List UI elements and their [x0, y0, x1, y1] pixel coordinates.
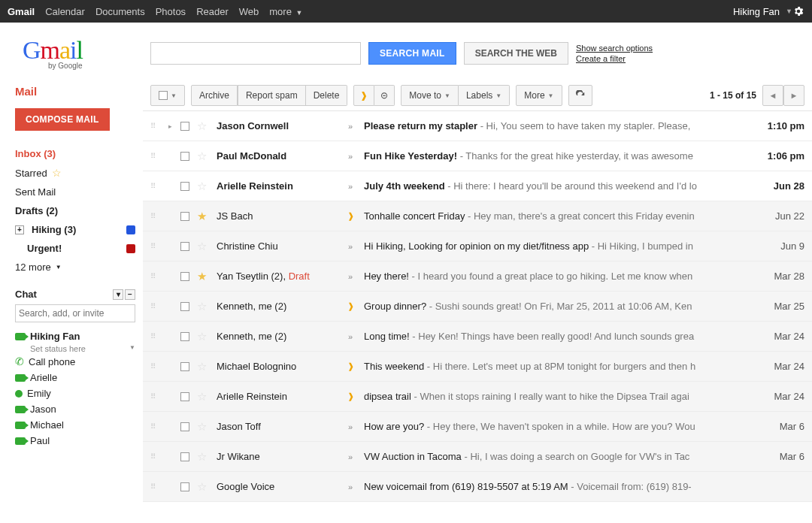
- star-icon[interactable]: ☆: [197, 420, 209, 434]
- chat-contact-emily[interactable]: Emily: [15, 385, 135, 401]
- search-mail-button[interactable]: SEARCH MAIL: [368, 42, 456, 65]
- topnav-calendar[interactable]: Calendar: [45, 6, 85, 17]
- topnav-documents[interactable]: Documents: [95, 6, 145, 17]
- mail-row[interactable]: ⠿☆Christine Chiu»Hi Hiking, Looking for …: [143, 231, 812, 262]
- mail-row[interactable]: ⠿★Yan Tseytlin (2), Draft»Hey there! - I…: [143, 262, 812, 292]
- drag-handle-icon[interactable]: ⠿: [150, 152, 161, 160]
- importance-marker-icon[interactable]: »: [344, 272, 356, 281]
- star-icon[interactable]: ☆: [197, 180, 209, 193]
- star-icon[interactable]: ☆: [197, 119, 209, 133]
- mail-row[interactable]: ⠿☆Kenneth, me (2)❱Group dinner? - Sushi …: [143, 292, 812, 322]
- search-input[interactable]: [150, 42, 361, 65]
- row-checkbox[interactable]: [180, 482, 189, 491]
- chat-contact-arielle[interactable]: Arielle: [15, 370, 135, 385]
- chat-collapse-icon[interactable]: ▾: [113, 289, 123, 300]
- topnav-gmail[interactable]: Gmail: [8, 6, 35, 17]
- chat-contact-call-phone[interactable]: ✆Call phone: [15, 353, 135, 370]
- star-icon[interactable]: ★: [197, 270, 209, 283]
- create-filter-link[interactable]: Create a filter: [576, 53, 653, 64]
- chat-contact-paul[interactable]: Paul: [15, 433, 135, 449]
- drag-handle-icon[interactable]: ⠿: [150, 122, 161, 130]
- drag-handle-icon[interactable]: ⠿: [150, 182, 161, 190]
- drag-handle-icon[interactable]: ⠿: [150, 212, 161, 220]
- mail-row[interactable]: ⠿☆Google Voice»New voicemail from (619) …: [143, 472, 812, 502]
- chat-self[interactable]: Hiking Fan: [15, 328, 135, 344]
- importance-marker-icon[interactable]: »: [344, 482, 356, 491]
- mail-row[interactable]: ⠿☆Arielle Reinstein»July 4th weekend - H…: [143, 171, 812, 201]
- mark-unimportant-button[interactable]: ⊝: [374, 85, 395, 106]
- row-checkbox[interactable]: [180, 242, 189, 251]
- row-checkbox[interactable]: [180, 302, 189, 311]
- sidebar-item-inbox-3-[interactable]: Inbox (3): [15, 144, 135, 163]
- row-checkbox[interactable]: [180, 392, 189, 401]
- topnav-reader[interactable]: Reader: [196, 6, 229, 17]
- star-icon[interactable]: ☆: [197, 480, 209, 494]
- topnav-photos[interactable]: Photos: [156, 6, 186, 17]
- topnav-web[interactable]: Web: [239, 6, 259, 17]
- row-checkbox[interactable]: [180, 212, 189, 221]
- mark-important-button[interactable]: ❱: [353, 85, 374, 106]
- refresh-button[interactable]: [568, 85, 592, 106]
- show-search-options-link[interactable]: Show search options: [576, 43, 653, 53]
- row-checkbox[interactable]: [180, 452, 189, 461]
- drag-handle-icon[interactable]: ⠿: [150, 272, 161, 280]
- drag-handle-icon[interactable]: ⠿: [150, 482, 161, 491]
- sidebar-item-drafts-2-[interactable]: Drafts (2): [15, 201, 135, 220]
- compose-button[interactable]: COMPOSE MAIL: [15, 108, 110, 131]
- importance-marker-icon[interactable]: »: [344, 422, 356, 431]
- importance-marker-icon[interactable]: »: [344, 332, 356, 341]
- sidebar-item-starred[interactable]: Starred☆: [15, 163, 135, 183]
- chat-contact-jason[interactable]: Jason: [15, 401, 135, 417]
- sidebar-item-hiking-3-[interactable]: +Hiking (3): [15, 220, 135, 239]
- mail-row[interactable]: ⠿▸☆Jason Cornwell»Please return my stapl…: [143, 111, 812, 141]
- mail-row[interactable]: ⠿☆Michael Bolognino❱This weekend - Hi th…: [143, 352, 812, 382]
- chat-contact-michael[interactable]: Michael: [15, 417, 135, 433]
- row-checkbox[interactable]: [180, 182, 189, 191]
- drag-handle-icon[interactable]: ⠿: [150, 362, 161, 370]
- chat-search-input[interactable]: [15, 304, 135, 322]
- importance-marker-icon[interactable]: »: [344, 452, 356, 461]
- drag-handle-icon[interactable]: ⠿: [150, 332, 161, 340]
- more-button[interactable]: More▼: [516, 85, 562, 106]
- star-icon[interactable]: ☆: [197, 450, 209, 464]
- older-button[interactable]: ►: [783, 85, 804, 106]
- row-checkbox[interactable]: [180, 152, 189, 161]
- sidebar-item-urgent-[interactable]: Urgent!: [15, 239, 135, 258]
- importance-marker-icon[interactable]: ❱: [344, 391, 356, 401]
- report-spam-button[interactable]: Report spam: [238, 85, 306, 106]
- star-icon[interactable]: ☆: [197, 360, 209, 373]
- mail-row[interactable]: ⠿☆Jason Toff»How are you? - Hey there, W…: [143, 412, 812, 442]
- mail-row[interactable]: ⠿☆Jr Wikane»VW Auction in Tacoma - Hi, I…: [143, 442, 812, 472]
- star-icon[interactable]: ★: [197, 210, 209, 223]
- star-icon[interactable]: ☆: [197, 300, 209, 313]
- row-checkbox[interactable]: [180, 332, 189, 341]
- star-icon[interactable]: ☆: [197, 330, 209, 343]
- importance-marker-icon[interactable]: ❱: [344, 211, 356, 221]
- mail-row[interactable]: ⠿☆Arielle Reinstein❱dipsea trail - When …: [143, 382, 812, 412]
- archive-button[interactable]: Archive: [191, 85, 238, 106]
- account-menu[interactable]: Hiking Fan▼: [733, 6, 792, 17]
- select-all-checkbox[interactable]: ▼: [150, 85, 185, 106]
- drag-handle-icon[interactable]: ⠿: [150, 452, 161, 461]
- chat-minimize-icon[interactable]: −: [125, 289, 135, 300]
- move-to-button[interactable]: Move to▼: [401, 85, 459, 106]
- search-web-button[interactable]: SEARCH THE WEB: [464, 42, 568, 65]
- importance-marker-icon[interactable]: »: [344, 152, 356, 161]
- newer-button[interactable]: ◄: [762, 85, 783, 106]
- drag-handle-icon[interactable]: ⠿: [150, 392, 161, 401]
- importance-marker-icon[interactable]: ❱: [344, 301, 356, 311]
- importance-marker-icon[interactable]: »: [344, 122, 356, 131]
- labels-button[interactable]: Labels▼: [459, 85, 510, 106]
- importance-marker-icon[interactable]: »: [344, 242, 356, 251]
- importance-marker-icon[interactable]: »: [344, 182, 356, 191]
- topnav-more[interactable]: more ▼: [269, 6, 302, 17]
- mail-row[interactable]: ⠿☆Kenneth, me (2)»Long time! - Hey Ken! …: [143, 322, 812, 352]
- settings-gear-icon[interactable]: [792, 5, 804, 17]
- row-checkbox[interactable]: [180, 122, 189, 131]
- mail-row[interactable]: ⠿★JS Bach❱Tonhalle concert Friday - Hey …: [143, 201, 812, 231]
- importance-marker-icon[interactable]: ❱: [344, 361, 356, 371]
- star-icon[interactable]: ☆: [197, 390, 209, 404]
- drag-handle-icon[interactable]: ⠿: [150, 242, 161, 250]
- sidebar-item-sent-mail[interactable]: Sent Mail: [15, 183, 135, 201]
- star-icon[interactable]: ☆: [197, 240, 209, 253]
